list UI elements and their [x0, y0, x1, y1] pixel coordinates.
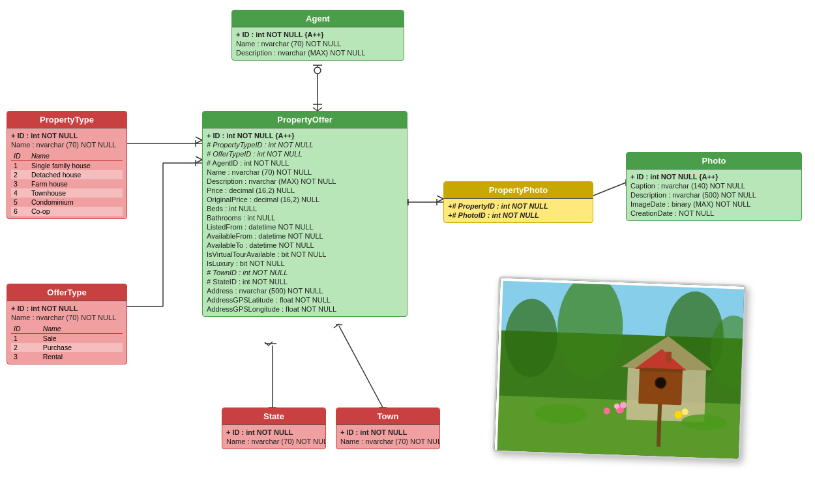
ot-col-name: Name: [40, 324, 123, 334]
photo-entity: Photo + ID : int NOT NULL {A++} Caption …: [626, 152, 802, 221]
ot-row-2: Name : nvarchar (70) NOT NULL: [11, 313, 123, 322]
town-header: Town: [336, 408, 439, 425]
po-row-16: # TownID : int NOT NULL: [207, 268, 403, 277]
tw-row-1: + ID : int NOT NULL: [340, 428, 436, 437]
property-type-header: PropertyType: [7, 111, 126, 128]
property-photo-entity: PropertyPhoto +# PropertyID : int NOT NU…: [443, 181, 593, 223]
svg-line-9: [196, 137, 202, 140]
svg-line-36: [269, 342, 273, 346]
pt-row-2: Name : nvarchar (70) NOT NULL: [11, 140, 123, 149]
state-body: + ID : int NOT NULL Name : nvarchar (70)…: [222, 425, 325, 449]
svg-point-4: [314, 67, 321, 74]
property-offer-body: + ID : int NOT NULL {A++} # PropertyType…: [203, 128, 407, 316]
property-photo-body: +# PropertyID : int NOT NULL +# PhotoID …: [444, 199, 593, 222]
agent-body: + ID : int NOT NULL {A++} Name : nvarcha…: [232, 27, 404, 60]
agent-row-2: Name : nvarchar (70) NOT NULL: [236, 39, 400, 48]
property-offer-header: PropertyOffer: [203, 111, 407, 128]
ph-row-3: Description : nvarchar (500) NOT NULL: [630, 190, 797, 200]
svg-line-24: [437, 199, 443, 202]
diagram-container: Agent + ID : int NOT NULL {A++} Name : n…: [0, 0, 815, 504]
tw-row-2: Name : nvarchar (70) NOT NULL: [340, 437, 436, 446]
po-row-20: AddressGPSLongitude : float NOT NULL: [207, 304, 403, 314]
ph-row-2: Caption : nvarchar (140) NOT NULL: [630, 181, 797, 190]
st-row-2: Name : nvarchar (70) NOT NULL: [226, 437, 321, 446]
agent-entity: Agent + ID : int NOT NULL {A++} Name : n…: [231, 10, 404, 61]
svg-line-42: [334, 324, 339, 328]
st-row-1: + ID : int NOT NULL: [226, 428, 321, 437]
po-row-9: Beds : int NULL: [207, 204, 403, 213]
po-row-19: AddressGPSLatitude : float NOT NULL: [207, 295, 403, 304]
offer-type-entity: OfferType + ID : int NOT NULL Name : nva…: [7, 284, 127, 364]
po-row-3: # OfferTypeID : int NOT NULL: [207, 149, 403, 158]
offer-type-body: + ID : int NOT NULL Name : nvarchar (70)…: [7, 301, 126, 364]
svg-line-35: [265, 342, 269, 346]
offer-type-table: IDName 1Sale 2Purchase 3Rental: [11, 324, 123, 361]
ph-row-1: + ID : int NOT NULL {A++}: [630, 172, 797, 181]
pp-row-2: +# PhotoID : int NOT NULL: [448, 211, 589, 220]
pt-col-name: Name: [29, 151, 123, 161]
po-row-18: Address : nvarchar (500) NOT NULL: [207, 286, 403, 295]
po-row-8: OriginalPrice : decimal (16,2) NULL: [207, 195, 403, 204]
po-row-13: AvailableTo : datetime NOT NULL: [207, 241, 403, 250]
pt-row-1: + ID : int NOT NULL: [11, 131, 123, 140]
town-body: + ID : int NOT NULL Name : nvarchar (70)…: [336, 425, 439, 449]
po-row-2: # PropertyTypeID : int NOT NULL: [207, 140, 403, 149]
svg-line-26: [593, 183, 626, 196]
property-photo-header: PropertyPhoto: [444, 182, 593, 199]
photo-scene-svg: [494, 278, 746, 461]
svg-line-38: [339, 326, 383, 408]
po-row-10: Bathrooms : int NULL: [207, 213, 403, 222]
photo-image: [492, 276, 746, 460]
pt-col-id: ID: [11, 151, 29, 161]
svg-line-10: [196, 140, 202, 143]
po-row-14: IsVirtualTourAvailable : bit NOT NULL: [207, 250, 403, 259]
svg-line-18: [196, 160, 202, 163]
po-row-17: # StateID : int NOT NULL: [207, 277, 403, 286]
property-type-table: IDName 1Single family house 2Detached ho…: [11, 151, 123, 216]
town-entity: Town + ID : int NOT NULL Name : nvarchar…: [336, 408, 440, 449]
state-entity: State + ID : int NOT NULL Name : nvarcha…: [222, 408, 326, 449]
po-row-4: # AgentID : int NOT NULL: [207, 158, 403, 168]
ot-row-1: + ID : int NOT NULL: [11, 304, 123, 313]
po-row-12: AvailableFrom : datetime NOT NULL: [207, 231, 403, 241]
photo-body: + ID : int NOT NULL {A++} Caption : nvar…: [627, 170, 801, 220]
ph-row-5: CreationDate : NOT NULL: [630, 209, 797, 218]
property-offer-entity: PropertyOffer + ID : int NOT NULL {A++} …: [202, 111, 408, 317]
po-row-6: Description : nvarchar (MAX) NOT NULL: [207, 177, 403, 186]
svg-line-17: [196, 156, 202, 160]
svg-line-23: [437, 196, 443, 199]
agent-row-3: Description : nvarchar (MAX) NOT NULL: [236, 48, 400, 57]
ph-row-4: ImageDate : binary (MAX) NOT NULL: [630, 200, 797, 209]
svg-rect-55: [666, 351, 672, 362]
pp-row-1: +# PropertyID : int NOT NULL: [448, 201, 589, 211]
po-row-15: IsLuxury : bit NOT NULL: [207, 259, 403, 268]
po-row-11: ListedFrom : datetime NOT NULL: [207, 222, 403, 231]
property-type-body: + ID : int NOT NULL Name : nvarchar (70)…: [7, 128, 126, 218]
po-row-7: Price : decimal (16,2) NULL: [207, 186, 403, 195]
po-row-5: Name : nvarchar (70) NOT NULL: [207, 168, 403, 177]
offer-type-header: OfferType: [7, 284, 126, 301]
agent-header: Agent: [232, 10, 404, 27]
state-header: State: [222, 408, 325, 425]
agent-row-1: + ID : int NOT NULL {A++}: [236, 30, 400, 39]
po-row-1: + ID : int NOT NULL {A++}: [207, 131, 403, 140]
ot-col-id: ID: [11, 324, 40, 334]
property-type-entity: PropertyType + ID : int NOT NULL Name : …: [7, 111, 127, 219]
photo-header: Photo: [627, 153, 801, 170]
